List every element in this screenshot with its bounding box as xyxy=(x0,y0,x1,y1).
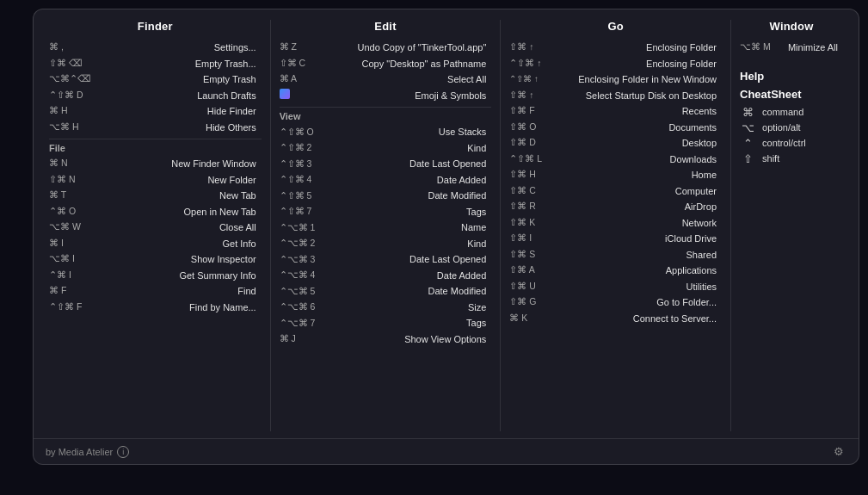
item-label: Emoji & Symbols xyxy=(295,89,492,103)
item-label: Kind xyxy=(315,141,491,156)
list-item: ⇧⌘ C Computer xyxy=(509,183,722,200)
shortcut-label: ⌃⇧⌘ ↑ xyxy=(509,73,538,85)
shortcut-label: ⇧⌘ F xyxy=(509,104,534,118)
help-title: Help xyxy=(740,70,843,83)
shortcut-label: ⇧⌘ O xyxy=(509,121,536,134)
shortcut-label: ⌃⇧⌘ 2 xyxy=(280,141,312,155)
list-item: ⌥⌘ H Hide Others xyxy=(49,120,262,136)
shortcut-label: ⌘ Z xyxy=(280,40,297,54)
gear-button[interactable]: ⚙ xyxy=(831,444,846,460)
finder-title: Finder xyxy=(49,20,262,33)
shortcut-label: ⌃⇧⌘ 7 xyxy=(280,205,312,219)
shortcut-label: ⇧⌘ K xyxy=(509,216,535,230)
item-label: Utilities xyxy=(539,280,722,294)
item-label: Date Last Opened xyxy=(315,157,491,171)
option-symbol: ⌥ xyxy=(740,121,755,134)
item-label: Settings... xyxy=(67,40,262,55)
shortcut-label: ⌃⇧⌘ F xyxy=(49,300,82,314)
list-item: ⌘ K Connect to Server... xyxy=(509,311,722,327)
item-label: Launch Drafts xyxy=(87,89,262,103)
shortcut-label: ⌘ N xyxy=(49,157,68,170)
item-label: Date Last Opened xyxy=(318,252,491,267)
shortcut-label: ⌘ , xyxy=(49,40,64,54)
shortcut-label: ⌃⌘ O xyxy=(49,205,76,219)
list-item: ⌘ T New Tab xyxy=(49,188,262,204)
shortcut-label: ⌃⌥⌘ 6 xyxy=(280,300,316,314)
finder-column: Finder ⌘ , Settings... ⇧⌘ ⌫ Empty Trash.… xyxy=(40,20,271,431)
item-label: Recents xyxy=(539,104,722,119)
shortcut-label: ⇧⌘ C xyxy=(280,57,306,71)
shortcut-label: ⇧⌘ C xyxy=(509,184,536,198)
item-label: Date Modified xyxy=(315,189,491,203)
item-label: Connect to Server... xyxy=(531,312,722,326)
list-item: ⌘ H Hide Finder xyxy=(49,103,262,120)
list-item: ⇧⌘ I iCloud Drive xyxy=(509,231,722,247)
list-item: ⌃⌥⌘ 3 Date Last Opened xyxy=(280,251,492,268)
item-label: Find by Name... xyxy=(85,300,261,315)
item-label: Kind xyxy=(318,237,491,251)
footer-by-label: by Media Atelier xyxy=(46,447,113,457)
list-item: ⌘ A Select All xyxy=(280,71,492,88)
list-item: ⌃⇧⌘ 3 Date Last Opened xyxy=(280,156,492,172)
shortcut-label: ⌘ T xyxy=(49,189,66,202)
item-label: Applications xyxy=(539,263,722,278)
list-item: ⇧⌘ O Documents xyxy=(509,120,722,136)
cheatsheet-panel: Finder ⌘ , Settings... ⇧⌘ ⌫ Empty Trash.… xyxy=(33,9,859,465)
shortcut-label: ⇧⌘ S xyxy=(509,248,535,262)
list-item: ⌃⇧⌘ 5 Date Modified xyxy=(280,188,492,204)
shortcut-label: ⌃⌥⌘ 5 xyxy=(280,285,316,299)
item-label: Network xyxy=(539,216,722,231)
list-item: ⌥⌘⌃⌫ Empty Trash xyxy=(49,71,262,88)
list-item: ⌃⇧⌘ 2 Kind xyxy=(280,140,492,157)
shortcut-label: ⌥⌘⌃⌫ xyxy=(49,72,91,86)
list-item: ⌃⇧⌘ F Find by Name... xyxy=(49,300,262,316)
shift-label: shift xyxy=(762,153,779,164)
section-title: File xyxy=(49,143,262,153)
item-label: Undo Copy of "TinkerTool.app" xyxy=(300,40,491,55)
shortcut-label: ⌘ A xyxy=(280,72,297,86)
list-item: ⌘ Z Undo Copy of "TinkerTool.app" xyxy=(280,40,492,56)
list-item: ⇧⌘ ↑ Enclosing Folder xyxy=(509,40,722,56)
list-item: ⇧⌘ U Utilities xyxy=(509,279,722,295)
list-item: ⇧⌘ ↑ Select Startup Disk on Desktop xyxy=(509,88,722,104)
item-label: Close All xyxy=(84,220,262,235)
item-label: Date Modified xyxy=(318,284,491,299)
list-item: ⌘ J Show View Options xyxy=(280,331,492,348)
cheatsheet-row-option: ⌥ option/alt xyxy=(740,121,843,134)
item-label: Desktop xyxy=(539,136,722,151)
shortcut-label: ⌘ H xyxy=(49,104,68,118)
shortcut-label: ⌃⇧⌘ L xyxy=(509,152,542,166)
item-label: Show Inspector xyxy=(78,252,262,267)
item-label: New Tab xyxy=(70,189,262,203)
list-item: ⌘ F Find xyxy=(49,283,262,300)
item-label: Hide Others xyxy=(83,121,262,135)
item-label: Hide Finder xyxy=(71,104,262,119)
shortcut-label: ⌘ K xyxy=(509,312,527,325)
item-label: Size xyxy=(318,300,491,315)
footer-left: by Media Atelier i xyxy=(46,446,129,458)
item-label: Tags xyxy=(318,316,491,331)
cheatsheet-row-command: ⌘ command xyxy=(740,106,843,119)
item-label: Name xyxy=(318,220,491,235)
list-item: ⌥⌘ I Show Inspector xyxy=(49,251,262,268)
list-item: ⇧⌘ G Go to Folder... xyxy=(509,294,722,311)
edit-column: Edit ⌘ Z Undo Copy of "TinkerTool.app" ⇧… xyxy=(271,20,502,431)
list-item: ⇧⌘ K Network xyxy=(509,215,722,232)
control-label: control/ctrl xyxy=(762,138,806,148)
item-label: Get Summary Info xyxy=(75,269,262,283)
cheatsheet-row-control: ⌃ control/ctrl xyxy=(740,137,843,150)
item-label: Documents xyxy=(539,121,722,135)
list-item: ⇧⌘ F Recents xyxy=(509,103,722,120)
shortcut-label: ⌃⌥⌘ 7 xyxy=(280,317,316,331)
shortcut-label: ⇧⌘ A xyxy=(509,263,534,277)
list-item: ⇧⌘ D Desktop xyxy=(509,135,722,152)
list-item: ⌃⌥⌘ 4 Date Added xyxy=(280,268,492,284)
shortcut-label: ⌃⌥⌘ 4 xyxy=(280,269,316,282)
shortcut-label: ⌥⌘ I xyxy=(49,252,75,266)
list-item: ⌃⇧⌘ 7 Tags xyxy=(280,204,492,220)
shortcut-label: ⇧⌘ G xyxy=(509,295,536,309)
footer-info-icon[interactable]: i xyxy=(117,446,129,458)
shortcut-label: ⌃⌘ I xyxy=(49,269,71,282)
shortcut-label: ⌥⌘ H xyxy=(49,121,79,134)
list-item: ⇧⌘ N New Folder xyxy=(49,172,262,189)
